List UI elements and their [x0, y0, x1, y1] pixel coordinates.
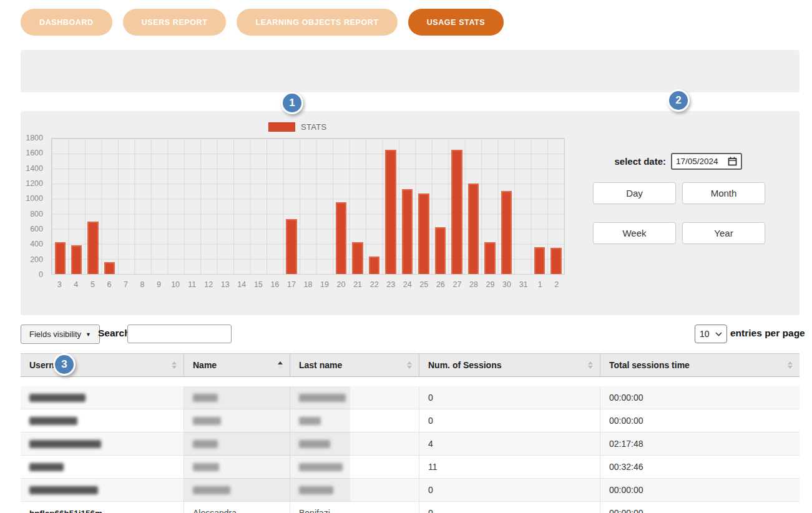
chart-y-axis: 180016001400120010008006004002000	[21, 138, 47, 275]
cell-time: 00:00:00	[600, 479, 800, 501]
table-row[interactable]: 000:00:00	[21, 409, 800, 432]
redacted-text	[299, 394, 346, 402]
y-tick-label: 200	[30, 255, 43, 264]
sort-desc-icon	[788, 366, 793, 369]
y-tick-label: 800	[30, 210, 43, 218]
table-row[interactable]: 000:00:00	[21, 479, 800, 502]
column-header-name[interactable]: Name	[184, 354, 290, 376]
bar-day-30	[501, 191, 512, 274]
sort-arrows-icon	[278, 361, 283, 369]
cell-username	[21, 432, 184, 455]
x-tick-label: 21	[350, 280, 366, 289]
cell-last_name: Bonifazi	[290, 502, 419, 513]
bar-day-28	[468, 183, 479, 274]
range-button-year[interactable]: Year	[682, 222, 765, 244]
bar-day-3	[55, 242, 66, 274]
x-tick-label: 1	[532, 280, 549, 289]
table-row[interactable]: 402:17:48	[21, 432, 800, 456]
legend-label: STATS	[301, 122, 326, 132]
table-body: 000:00:00000:00:00402:17:481100:32:46000…	[21, 386, 800, 513]
x-tick-label: 29	[482, 280, 499, 289]
column-header-num-of-sessions[interactable]: Num. of Sessions	[419, 354, 600, 376]
cell-username	[21, 409, 184, 432]
cell-username	[21, 456, 184, 478]
fields-visibility-label: Fields visibility	[29, 330, 81, 339]
bar-day-29	[484, 242, 495, 274]
cell-time: 00:00:00	[600, 409, 800, 432]
entries-per-page-label: entries per page	[730, 328, 805, 339]
bar-slot-7	[118, 139, 134, 274]
redacted-text	[29, 440, 101, 448]
x-tick-label: 8	[134, 280, 151, 289]
x-tick-label: 17	[283, 280, 300, 289]
range-button-month[interactable]: Month	[682, 182, 765, 204]
fields-visibility-button[interactable]: Fields visibility ▼	[21, 325, 100, 344]
bar-day-27	[451, 150, 462, 274]
bar-slot-20	[333, 139, 349, 274]
usage-stats-page: DASHBOARDUSERS REPORTLEARNING OBJECTS RE…	[0, 0, 812, 513]
select-date-label: select date:	[570, 156, 666, 167]
bar-day-21	[352, 242, 363, 274]
x-tick-label: 28	[466, 280, 482, 289]
column-header-label: Total sessions time	[609, 360, 690, 370]
bar-slot-12	[200, 139, 217, 274]
x-tick-label: 26	[433, 280, 449, 289]
bar-day-1	[534, 247, 545, 274]
range-button-week[interactable]: Week	[593, 222, 676, 244]
x-tick-label: 9	[150, 280, 167, 289]
cell-sessions: 0	[419, 479, 600, 501]
x-tick-label: 15	[250, 280, 267, 289]
bar-slot-29	[482, 139, 498, 274]
bar-day-25	[418, 193, 429, 274]
redacted-text	[193, 394, 218, 402]
cell-username	[21, 479, 184, 501]
redacted-text	[193, 463, 219, 471]
column-header-total-sessions-time[interactable]: Total sessions time	[600, 354, 800, 376]
x-tick-label: 6	[101, 280, 118, 289]
bar-slot-4	[68, 139, 84, 274]
range-button-day[interactable]: Day	[593, 182, 676, 204]
bar-slot-14	[233, 139, 250, 274]
bar-slot-18	[300, 139, 316, 274]
column-header-username[interactable]: Username	[21, 354, 184, 376]
bar-slot-3	[52, 139, 68, 274]
date-input[interactable]: 17/05/2024	[671, 153, 742, 170]
x-tick-label: 20	[333, 280, 350, 289]
bar-slot-28	[465, 139, 481, 274]
nav-tab-learning-objects-report[interactable]: LEARNING OBJECTS REPORT	[237, 9, 397, 36]
sort-asc-icon	[788, 361, 793, 364]
bar-day-5	[87, 222, 98, 274]
x-tick-label: 22	[366, 280, 383, 289]
annotation-badge-2: 2	[667, 89, 690, 112]
table-row[interactable]: bnflep66b51j156mAlessandraBonifazi000:00…	[21, 502, 800, 513]
bar-slot-24	[399, 139, 415, 274]
y-tick-label: 1400	[26, 164, 43, 173]
column-header-last-name[interactable]: Last name	[290, 354, 419, 376]
nav-tab-dashboard[interactable]: DASHBOARD	[21, 9, 112, 36]
table-header-row: UsernameNameLast nameNum. of SessionsTot…	[21, 353, 800, 377]
nav-tab-usage-stats[interactable]: USAGE STATS	[408, 9, 504, 36]
bar-slot-9	[151, 139, 167, 274]
cell-username	[21, 386, 184, 409]
bar-day-26	[435, 227, 446, 274]
x-tick-label: 12	[200, 280, 217, 289]
x-tick-label: 24	[399, 280, 416, 289]
nav-tab-users-report[interactable]: USERS REPORT	[123, 9, 227, 36]
y-tick-label: 1800	[26, 134, 43, 142]
calendar-icon[interactable]	[728, 157, 737, 166]
search-input[interactable]	[127, 325, 232, 343]
x-tick-label: 18	[300, 280, 316, 289]
chart-legend: STATS	[268, 122, 326, 132]
table-row[interactable]: 000:00:00	[21, 386, 800, 409]
redacted-text	[193, 440, 218, 448]
sort-asc-icon	[407, 361, 412, 364]
redacted-text	[29, 417, 77, 425]
table-row[interactable]: 1100:32:46	[21, 456, 800, 479]
bar-day-23	[385, 150, 396, 274]
sort-arrows-icon	[788, 361, 793, 369]
entries-per-page-select[interactable]: 10	[695, 325, 727, 343]
x-tick-label: 3	[51, 280, 68, 289]
y-tick-label: 1200	[26, 179, 43, 188]
search-label: Search	[98, 328, 130, 339]
cell-time: 00:00:00	[600, 386, 800, 409]
